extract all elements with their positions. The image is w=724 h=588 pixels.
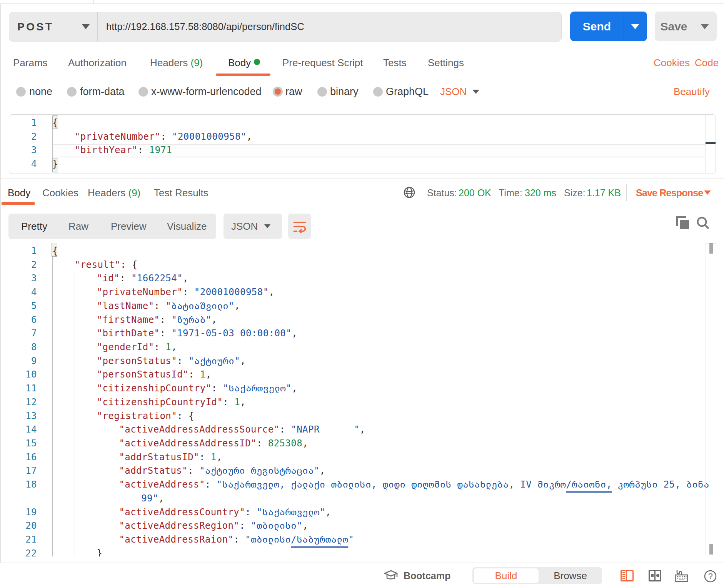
svg-text:?: ? — [708, 571, 712, 581]
